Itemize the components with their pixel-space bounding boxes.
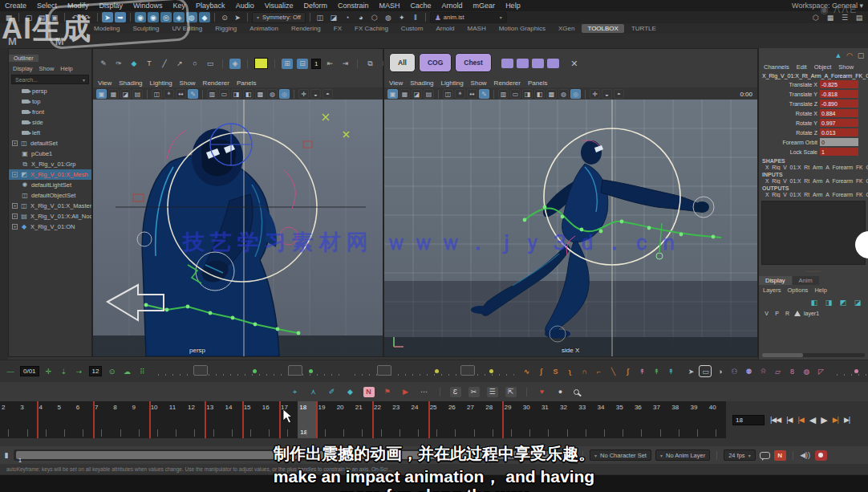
channel-value[interactable]: -0.818	[820, 90, 858, 98]
channel-row[interactable]: Forearm Orbit0	[759, 137, 868, 147]
pan-zoom-icon[interactable]: ⌖	[164, 89, 174, 99]
layer-menu-options[interactable]: Options	[788, 287, 809, 294]
clapper-icon[interactable]: ◸	[815, 366, 826, 376]
expand-icon[interactable]: +	[12, 140, 18, 146]
wireframe-icon[interactable]: ▥	[498, 89, 509, 99]
ik-icon[interactable]: ⋏	[308, 387, 319, 397]
tween-slider-green[interactable]	[152, 368, 344, 376]
layer-reference-toggle[interactable]: R	[784, 311, 791, 316]
frame-9[interactable]: 9	[130, 401, 148, 438]
render-icon[interactable]: ◫	[314, 12, 326, 22]
toolbox-strip[interactable]	[0, 48, 8, 360]
outliner-item[interactable]: persp	[9, 86, 91, 96]
frame-7[interactable]: 7	[93, 401, 112, 438]
linear-curve[interactable]: ╲	[607, 366, 619, 376]
viewport-menu-renderer[interactable]: Renderer	[203, 79, 229, 87]
time-slider[interactable]: 2345678910111213141516171818192021222324…	[0, 401, 726, 438]
frame-29[interactable]: 29	[502, 401, 521, 438]
pose-editor-icon[interactable]: ▲	[834, 50, 842, 60]
camera-attributes-icon[interactable]: ◪	[412, 89, 422, 99]
channel-menu-channels[interactable]: Channels	[764, 63, 789, 71]
frame-14[interactable]: 14	[223, 401, 241, 438]
menu-audio[interactable]: Audio	[236, 2, 254, 10]
frame-27[interactable]: 27	[465, 401, 484, 438]
feather-icon[interactable]: ✐	[327, 387, 338, 397]
menu-constrain[interactable]: Constrain	[338, 2, 369, 10]
frame-12[interactable]: 12	[186, 401, 205, 438]
frame-18[interactable]: 1818	[298, 401, 316, 438]
play-backwards-button[interactable]: ◀	[809, 415, 815, 425]
arrow-tool-icon[interactable]: ↗	[174, 59, 185, 69]
outliner-menu-show[interactable]: Show	[39, 65, 55, 72]
outliner-item[interactable]: ✺defaultLightSet	[9, 180, 91, 190]
channel-value[interactable]: 0.013	[820, 128, 858, 136]
layer-playback-toggle[interactable]: P	[773, 311, 781, 316]
tween-slider-yellow[interactable]	[348, 368, 517, 376]
xray-icon[interactable]: ◒	[602, 89, 612, 99]
pause-icon[interactable]: ‖	[410, 12, 421, 22]
frame-28[interactable]: 28	[484, 401, 502, 438]
viewport-menu-shading[interactable]: Shading	[119, 79, 142, 87]
channel-menu-show[interactable]: Show	[838, 63, 854, 71]
wireframe-icon[interactable]: ▥	[207, 89, 217, 99]
loop8-icon[interactable]: 8	[786, 366, 797, 376]
run-icon[interactable]: ⚉	[743, 366, 754, 376]
layer-name[interactable]: layer1	[804, 311, 819, 316]
diamond-icon[interactable]: ◆	[345, 387, 356, 397]
ao-icon[interactable]: ◍	[267, 89, 278, 99]
new-layer-icon[interactable]: ⧉	[364, 59, 375, 69]
channel-section-item[interactable]: X_Rig_V_01:X_Rt_Arm_A_Forearm_FK_Ctrl_t.…	[759, 191, 868, 197]
new-layer-icon[interactable]: ◧	[809, 297, 820, 307]
animbot-logo[interactable]: N	[363, 387, 375, 397]
make-live-icon[interactable]: ◆	[199, 12, 210, 22]
walk-icon[interactable]: ⚇	[728, 366, 740, 376]
search-icon[interactable]	[574, 389, 579, 395]
lock-icon[interactable]: ⊙	[219, 12, 230, 22]
frame-13[interactable]: 13	[205, 401, 223, 438]
bounce-curve[interactable]: ⌐	[593, 366, 604, 376]
epsilon-icon[interactable]: Ɛ	[450, 387, 461, 397]
menu-arnold[interactable]: Arnold	[442, 2, 463, 10]
s-curve[interactable]: S	[550, 366, 561, 376]
layer-menu-layers[interactable]: Layers	[763, 287, 781, 294]
oscillate-icon[interactable]: ↭	[467, 89, 477, 99]
go-to-start-button[interactable]: |◀◀	[770, 416, 781, 424]
menu-visualize[interactable]: Visualize	[265, 2, 294, 10]
grid-dots-icon[interactable]: ⠿	[136, 366, 148, 376]
step-curve[interactable]: ʃ	[622, 366, 633, 376]
channel-value[interactable]: 0.884	[820, 109, 858, 117]
frame-22[interactable]: 22	[372, 401, 391, 438]
aa-icon[interactable]: ◎	[570, 89, 581, 99]
shelf-tab-rigging[interactable]: Rigging	[209, 24, 242, 33]
outliner-item[interactable]: +◩X_Rig_V_01:X_Mesh	[9, 169, 91, 180]
shelf-tab-motion-graphics[interactable]: Motion Graphics	[493, 24, 551, 33]
frame-6[interactable]: 6	[75, 401, 93, 438]
joints-xray-icon[interactable]: ◓	[322, 89, 333, 99]
channel-value[interactable]: 0.997	[820, 119, 858, 127]
heart-icon[interactable]: ♥	[537, 387, 548, 397]
viewport-menu-show[interactable]: Show	[471, 79, 487, 87]
color-swatch[interactable]	[254, 58, 268, 69]
isolate-icon[interactable]: ✛	[590, 89, 600, 99]
menu-cache[interactable]: Cache	[411, 2, 432, 10]
move-layer-down-icon[interactable]: ◪	[852, 297, 863, 307]
pan-zoom-icon[interactable]: ⌖	[455, 89, 465, 99]
image-plane-icon[interactable]: ◫	[152, 89, 162, 99]
picker-button-cog[interactable]: COG	[419, 53, 452, 72]
frame-26[interactable]: 26	[447, 401, 465, 438]
channel-menu-object[interactable]: Object	[814, 63, 832, 71]
pivot-icon[interactable]: ⌖	[290, 387, 301, 397]
frame-2[interactable]: 2	[0, 401, 18, 438]
eraser-icon[interactable]: ◆	[128, 59, 140, 69]
channel-value[interactable]: 0	[820, 138, 858, 146]
list-icon[interactable]: ☰	[487, 387, 498, 397]
textured-icon[interactable]: ◨	[231, 89, 241, 99]
frame-8[interactable]: 8	[112, 401, 130, 438]
layer-menu-help[interactable]: Help	[814, 287, 826, 294]
next-frame-icon[interactable]: ⇥	[339, 59, 351, 69]
channel-section-item[interactable]: X_Rig_V_01:X_Rt_Arm_A_Forearm_FK_Ctrl_V.…	[759, 177, 868, 184]
viewport-menu-panels[interactable]: Panels	[528, 79, 547, 87]
picker-button-all[interactable]: All	[389, 53, 416, 72]
step-back-key-button[interactable]: |◀	[797, 416, 803, 424]
frame-39[interactable]: 39	[689, 401, 708, 438]
